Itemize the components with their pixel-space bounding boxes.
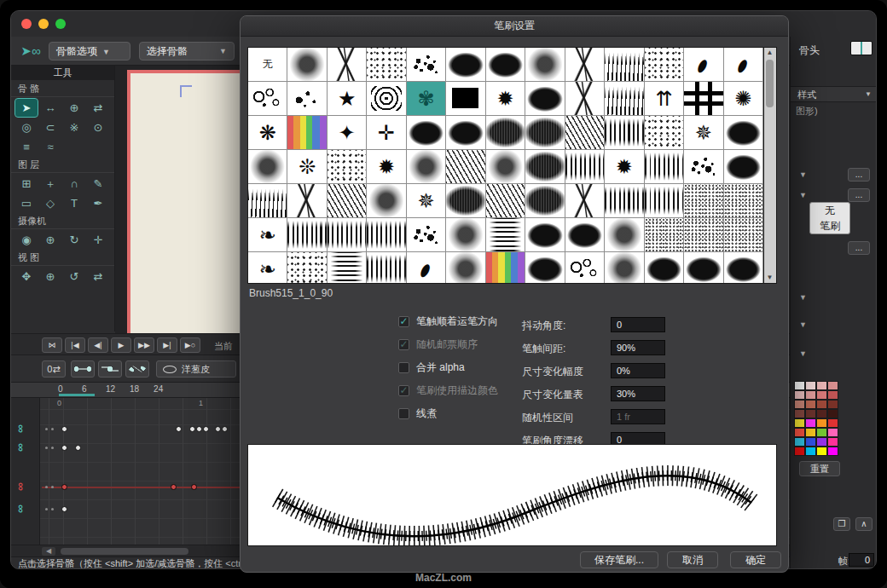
brush-cell[interactable] — [525, 116, 565, 150]
brush-cell[interactable] — [605, 82, 644, 116]
color-swatch[interactable] — [794, 418, 805, 428]
keyframe-dot[interactable] — [189, 426, 195, 432]
minimize-button[interactable] — [38, 19, 49, 29]
keyframe-dot[interactable] — [61, 426, 67, 432]
brush-cell[interactable] — [684, 150, 723, 184]
brush-cell-selected[interactable]: ✾ — [407, 82, 446, 116]
bone-channel-icon[interactable]: ∞ — [14, 482, 28, 491]
brush-cell[interactable] — [684, 218, 723, 252]
color-swatch[interactable] — [794, 437, 805, 447]
field-value-input[interactable]: 90% — [611, 340, 665, 355]
jump-start-button[interactable]: |◀ — [65, 337, 85, 353]
brush-cell[interactable] — [248, 184, 287, 218]
close-button[interactable] — [21, 19, 32, 29]
brush-cell[interactable] — [645, 218, 684, 252]
pan-tilt-camera-tool-icon[interactable]: ✛ — [87, 231, 109, 249]
brush-cell[interactable] — [565, 48, 605, 82]
keyframe-dot[interactable] — [75, 445, 81, 451]
brush-cell[interactable]: ✺ — [724, 82, 763, 116]
color-swatch[interactable] — [827, 447, 838, 456]
field-value-input[interactable]: 1 fr — [611, 409, 665, 424]
brush-cell[interactable] — [407, 150, 446, 184]
color-swatch[interactable] — [827, 409, 838, 418]
brush-cell[interactable] — [565, 218, 605, 252]
loop-button[interactable]: ⋈ — [42, 337, 62, 353]
rewind-to-zero-button[interactable]: 0⇄ — [42, 360, 66, 378]
color-swatch[interactable] — [794, 447, 805, 456]
ok-button[interactable]: 确定 — [730, 551, 781, 568]
brush-cell[interactable] — [407, 218, 446, 252]
dropdown-arrow-icon[interactable]: ▼ — [799, 170, 807, 179]
brush-cell[interactable] — [248, 82, 287, 116]
dropdown-arrow-icon[interactable]: ▼ — [799, 320, 807, 329]
dropdown-arrow-icon[interactable]: ▼ — [799, 191, 807, 199]
color-swatch[interactable] — [816, 447, 827, 456]
keyframe-dot[interactable] — [61, 506, 67, 512]
brush-cell[interactable] — [525, 252, 565, 284]
scrollbar-thumb[interactable] — [766, 60, 774, 107]
brush-cell[interactable] — [684, 82, 723, 116]
brush-cell[interactable] — [328, 150, 367, 184]
scroll-up-icon[interactable]: ▲ — [764, 48, 775, 58]
brush-cell[interactable] — [565, 82, 605, 116]
brush-cell[interactable] — [446, 218, 485, 252]
color-swatch[interactable] — [827, 390, 838, 400]
brush-cell[interactable] — [645, 184, 684, 218]
brush-cell[interactable] — [724, 218, 763, 252]
brush-cell[interactable] — [605, 252, 644, 284]
brush-grid-scrollbar[interactable]: ▲ ▼ — [764, 47, 777, 284]
brush-cell[interactable] — [328, 252, 367, 284]
play-button[interactable]: ▶ — [111, 337, 131, 353]
brush-cell[interactable]: ● — [684, 48, 723, 82]
checkbox[interactable]: ✓ — [398, 385, 409, 396]
brush-cell[interactable] — [367, 184, 406, 218]
color-swatch[interactable] — [816, 437, 827, 447]
brush-cell[interactable] — [287, 218, 327, 252]
brush-cell[interactable]: ✹ — [486, 82, 525, 116]
brush-cell[interactable]: ⇈ — [645, 82, 684, 116]
brush-cell[interactable] — [605, 218, 644, 252]
bone-options-button[interactable]: 骨骼选项▼ — [49, 42, 130, 61]
reparent-bone-tool-icon[interactable]: ⇄ — [87, 99, 109, 117]
brush-cell[interactable]: ❧ — [248, 218, 287, 252]
brush-cell[interactable] — [446, 82, 485, 116]
more-options-button[interactable]: ... — [848, 188, 870, 202]
roll-camera-tool-icon[interactable]: ↻ — [63, 231, 85, 249]
color-swatch[interactable] — [816, 390, 827, 400]
step-back-button[interactable]: ◀| — [88, 337, 108, 353]
brush-cell[interactable] — [287, 184, 327, 218]
no-brush-button[interactable]: 无 笔刷 — [809, 202, 850, 234]
color-swatch[interactable] — [827, 400, 838, 409]
keyframe-dot[interactable] — [176, 426, 182, 432]
brush-cell[interactable] — [287, 252, 327, 284]
brush-cell[interactable] — [486, 48, 525, 82]
brush-cell[interactable]: ● — [407, 252, 446, 284]
color-swatch[interactable] — [827, 428, 838, 437]
color-swatch[interactable] — [816, 400, 827, 409]
transform-bone-tool-icon[interactable]: ↔ — [39, 99, 61, 117]
keyframe-dot[interactable] — [196, 426, 202, 432]
brush-cell[interactable] — [328, 48, 367, 82]
brush-cell[interactable] — [724, 184, 763, 218]
color-swatch[interactable] — [794, 409, 805, 418]
bind-layer-tool-icon[interactable]: ⊂ — [39, 118, 61, 136]
bind-points-tool-icon[interactable]: ⊙ — [87, 118, 109, 136]
brush-cell[interactable]: ★ — [328, 82, 367, 116]
brush-cell[interactable] — [525, 48, 565, 82]
brush-cell[interactable] — [287, 116, 327, 150]
brush-cell[interactable] — [724, 150, 763, 184]
checkbox[interactable] — [398, 362, 409, 373]
brush-cell[interactable] — [565, 150, 605, 184]
step-interpolation-toggle[interactable] — [98, 360, 122, 378]
color-swatch[interactable] — [816, 381, 827, 390]
onion-skin-button[interactable]: 洋葱皮 — [156, 360, 236, 378]
eyedropper-tool-icon[interactable]: ✒ — [87, 194, 109, 212]
brush-cell[interactable] — [684, 252, 723, 284]
field-value-input[interactable]: 0% — [611, 363, 665, 378]
brush-cell[interactable] — [565, 184, 605, 218]
checkbox[interactable] — [398, 408, 409, 419]
brush-cell[interactable] — [565, 116, 605, 150]
scroll-left-icon[interactable]: ◀ — [42, 547, 55, 556]
brush-cell[interactable] — [525, 150, 565, 184]
text-tool-tool-icon[interactable]: T — [63, 194, 85, 212]
